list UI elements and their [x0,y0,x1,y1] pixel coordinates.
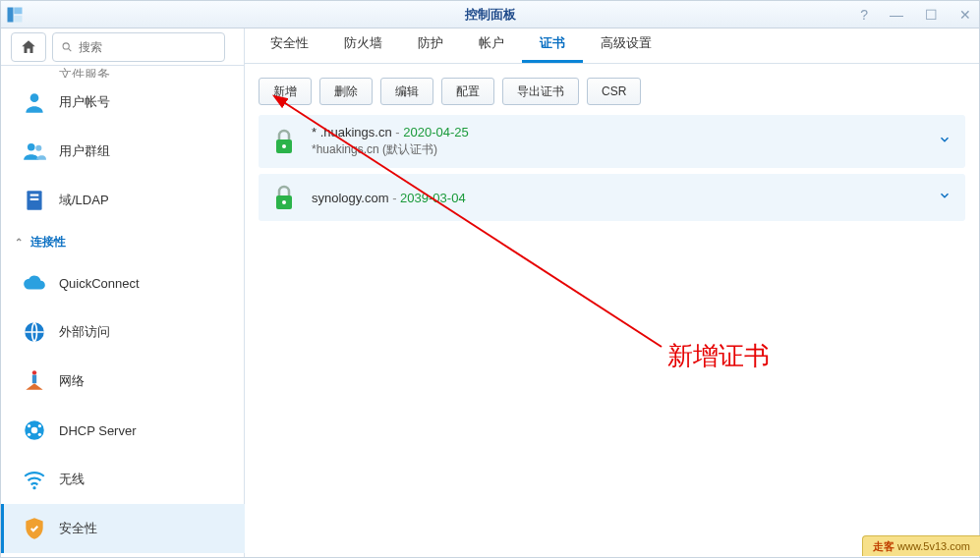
annotation-text: 新增证书 [667,339,770,373]
user-icon [22,89,47,115]
svg-point-5 [30,93,39,102]
dhcp-icon [22,418,47,443]
chevron-down-icon[interactable] [938,189,951,206]
main-panel: 安全性 防火墙 防护 帐户 证书 高级设置 新增 删除 编辑 配置 导出证书 C… [245,28,979,557]
svg-point-3 [63,42,69,48]
maximize-button[interactable]: ☐ [921,7,942,23]
lock-icon [272,184,296,211]
group-icon [22,139,47,164]
close-button[interactable]: ✕ [955,7,975,23]
export-button[interactable]: 导出证书 [502,78,579,105]
tab-protection[interactable]: 防护 [400,28,461,63]
sidebar-item-label: 安全性 [59,520,97,537]
titlebar: 控制面板 ? — ☐ ✕ [1,1,979,28]
sidebar-item-wireless[interactable]: 无线 [1,455,245,504]
sidebar-item-fileservices[interactable]: 文件服务 [1,66,245,78]
config-button[interactable]: 配置 [441,78,494,105]
sidebar: 文件服务 用户帐号 用户群组 域/LDAP ⌃ 连接性 [1,66,245,557]
svg-point-20 [32,486,35,489]
sidebar-item-network[interactable]: 网络 [1,357,245,406]
chevron-down-icon[interactable] [938,133,951,150]
shield-icon [22,516,47,541]
lock-icon [272,128,296,155]
tab-security[interactable]: 安全性 [253,28,326,63]
minimize-button[interactable]: — [886,7,907,23]
sidebar-item-label: 无线 [59,471,85,488]
search-icon [61,40,73,54]
network-icon [22,368,47,394]
sidebar-item-label: 用户帐号 [59,93,110,111]
certificate-row[interactable]: synology.com - 2039-03-04 [259,174,965,221]
svg-point-19 [38,433,41,436]
sidebar-item-quickconnect[interactable]: QuickConnect [1,258,245,307]
svg-rect-2 [14,15,22,22]
sidebar-item-label: 外部访问 [59,323,110,341]
tab-account[interactable]: 帐户 [461,28,522,63]
svg-point-15 [31,427,38,434]
sidebar-item-label: DHCP Server [59,423,137,438]
svg-rect-9 [30,195,39,196]
help-button[interactable]: ? [856,7,872,23]
svg-point-22 [282,144,286,148]
sidebar-item-label: 用户群组 [59,142,110,160]
wifi-icon [22,467,47,492]
svg-point-17 [38,424,41,427]
svg-point-13 [32,370,36,374]
certificate-row[interactable]: * .huakings.cn - 2020-04-25 *huakings.cn… [259,115,965,168]
search-input[interactable] [79,40,216,54]
svg-point-24 [282,200,286,204]
search-box[interactable] [52,32,225,62]
delete-button[interactable]: 删除 [319,78,373,105]
sidebar-item-user[interactable]: 用户帐号 [1,78,245,127]
home-button[interactable] [11,32,46,62]
sidebar-item-external[interactable]: 外部访问 [1,307,245,357]
sidebar-item-ldap[interactable]: 域/LDAP [1,176,245,225]
sidebar-item-label: 域/LDAP [59,192,109,209]
globe-icon [22,319,47,345]
svg-point-16 [28,424,30,427]
sidebar-item-security[interactable]: 安全性 [1,504,245,553]
ldap-icon [22,188,47,213]
svg-rect-12 [32,375,36,384]
sidebar-section-connectivity[interactable]: ⌃ 连接性 [1,225,245,258]
chevron-down-icon: ⌃ [15,237,23,248]
sidebar-item-label: QuickConnect [59,276,140,291]
tab-advanced[interactable]: 高级设置 [583,28,669,63]
action-bar: 新增 删除 编辑 配置 导出证书 CSR [245,64,979,115]
sidebar-item-dhcp[interactable]: DHCP Server [1,406,245,455]
svg-point-18 [28,433,30,436]
edit-button[interactable]: 编辑 [380,78,433,105]
sidebar-item-label: 网络 [59,372,85,390]
svg-rect-1 [14,7,22,14]
cloud-icon [22,270,47,296]
watermark: 走客 www.5v13.com [862,535,980,556]
svg-line-4 [69,48,72,51]
certificate-list: * .huakings.cn - 2020-04-25 *huakings.cn… [245,115,979,227]
tabs: 安全性 防火墙 防护 帐户 证书 高级设置 [245,28,979,64]
app-icon [1,1,29,28]
add-button[interactable]: 新增 [259,78,312,105]
sidebar-item-group[interactable]: 用户群组 [1,127,245,176]
tab-certificate[interactable]: 证书 [522,28,583,63]
csr-button[interactable]: CSR [587,78,641,105]
svg-point-7 [35,145,41,151]
tab-firewall[interactable]: 防火墙 [326,28,400,63]
svg-rect-0 [8,7,14,22]
svg-point-6 [28,143,35,151]
window-title: 控制面板 [465,6,516,24]
svg-rect-10 [30,198,39,200]
